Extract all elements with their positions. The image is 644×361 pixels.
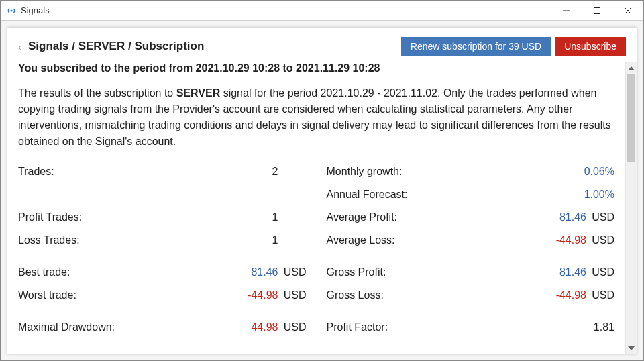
monthly-growth-row: Monthly growth: 0.06%: [327, 166, 615, 189]
profit-factor-label: Profit Factor:: [327, 321, 594, 333]
scroll-up-arrow-icon[interactable]: [626, 62, 637, 74]
worst-trade-row: Worst trade: -44.98 USD: [18, 289, 307, 312]
signals-panel: ‹ Signals / SERVER / Subscription Renew …: [7, 28, 637, 354]
trades-label: Trades:: [18, 166, 272, 178]
profit-factor-row: Profit Factor: 1.81: [327, 321, 615, 344]
gross-loss-unit: USD: [589, 289, 614, 301]
gross-profit-label: Gross Profit:: [327, 266, 559, 278]
annual-forecast-value: 1.00%: [584, 189, 614, 201]
gross-profit-unit: USD: [589, 266, 614, 278]
description-server-name: SERVER: [176, 87, 221, 99]
app-window: Signals ‹ Signals / SERVER / Subscriptio…: [0, 0, 644, 361]
panel-container: ‹ Signals / SERVER / Subscription Renew …: [1, 21, 643, 360]
stats-right-column: Monthly growth: 0.06% Annual Forecast: 1…: [327, 166, 615, 344]
scroll-area: You subscribed to the period from 2021.1…: [7, 62, 637, 354]
worst-trade-value: -44.98: [248, 289, 278, 301]
subscription-period-line: You subscribed to the period from 2021.1…: [18, 62, 614, 74]
maximize-button[interactable]: [582, 1, 612, 21]
max-drawdown-unit: USD: [281, 321, 307, 333]
best-trade-value: 81.46: [251, 266, 278, 278]
loss-trades-value: 1: [272, 234, 278, 246]
svg-marker-5: [628, 66, 635, 70]
back-chevron-icon[interactable]: ‹: [18, 41, 21, 52]
unsubscribe-button[interactable]: Unsubscribe: [555, 37, 626, 56]
avg-profit-label: Average Profit:: [327, 211, 559, 223]
best-trade-unit: USD: [281, 266, 307, 278]
loss-trades-row: Loss Trades: 1: [18, 234, 307, 257]
window-title: Signals: [21, 5, 50, 15]
header-row: ‹ Signals / SERVER / Subscription Renew …: [7, 28, 637, 62]
gross-profit-value: 81.46: [559, 266, 586, 278]
avg-profit-value: 81.46: [559, 211, 586, 223]
svg-rect-2: [594, 7, 600, 13]
profit-trades-label: Profit Trades:: [18, 211, 272, 223]
renew-subscription-button[interactable]: Renew subscription for 39 USD: [401, 37, 551, 56]
profit-trades-row: Profit Trades: 1: [18, 211, 307, 234]
profit-factor-value: 1.81: [594, 321, 614, 333]
best-trade-label: Best trade:: [18, 266, 251, 278]
worst-trade-unit: USD: [281, 289, 307, 301]
titlebar: Signals: [1, 1, 643, 21]
vertical-scrollbar[interactable]: [625, 62, 637, 354]
avg-loss-label: Average Loss:: [327, 234, 556, 246]
avg-loss-unit: USD: [589, 234, 614, 246]
annual-forecast-row: Annual Forecast: 1.00%: [327, 189, 615, 211]
trades-value: 2: [272, 166, 278, 178]
gross-profit-row: Gross Profit: 81.46 USD: [327, 266, 615, 289]
scroll-down-arrow-icon[interactable]: [626, 342, 637, 354]
description-prefix: The results of the subscription to: [18, 87, 176, 99]
trades-row: Trades: 2: [18, 166, 307, 189]
minimize-button[interactable]: [551, 1, 582, 21]
avg-loss-value: -44.98: [556, 234, 586, 246]
avg-profit-row: Average Profit: 81.46 USD: [327, 211, 615, 234]
gross-loss-label: Gross Loss:: [327, 289, 556, 301]
content: You subscribed to the period from 2021.1…: [7, 62, 625, 354]
profit-trades-value: 1: [272, 211, 278, 223]
svg-point-0: [11, 9, 13, 11]
max-drawdown-value: 44.98: [251, 321, 278, 333]
max-drawdown-row: Maximal Drawdown: 44.98 USD: [18, 321, 307, 344]
annual-forecast-label: Annual Forecast:: [327, 189, 584, 201]
description-text: The results of the subscription to SERVE…: [18, 85, 614, 150]
signals-app-icon: [6, 5, 17, 16]
breadcrumb[interactable]: Signals / SERVER / Subscription: [28, 40, 204, 53]
scrollbar-thumb[interactable]: [627, 74, 635, 162]
loss-trades-label: Loss Trades:: [18, 234, 272, 246]
avg-loss-row: Average Loss: -44.98 USD: [327, 234, 615, 257]
worst-trade-label: Worst trade:: [18, 289, 248, 301]
stats-grid: Trades: 2 Profit Trades: 1: [18, 166, 614, 344]
gross-loss-row: Gross Loss: -44.98 USD: [327, 289, 615, 312]
avg-profit-unit: USD: [589, 211, 614, 223]
best-trade-row: Best trade: 81.46 USD: [18, 266, 307, 289]
max-drawdown-label: Maximal Drawdown:: [18, 321, 251, 333]
stats-left-column: Trades: 2 Profit Trades: 1: [18, 166, 307, 344]
gross-loss-value: -44.98: [556, 289, 586, 301]
monthly-growth-label: Monthly growth:: [327, 166, 584, 178]
svg-marker-6: [628, 346, 635, 350]
monthly-growth-value: 0.06%: [584, 166, 614, 178]
close-button[interactable]: [612, 1, 643, 21]
